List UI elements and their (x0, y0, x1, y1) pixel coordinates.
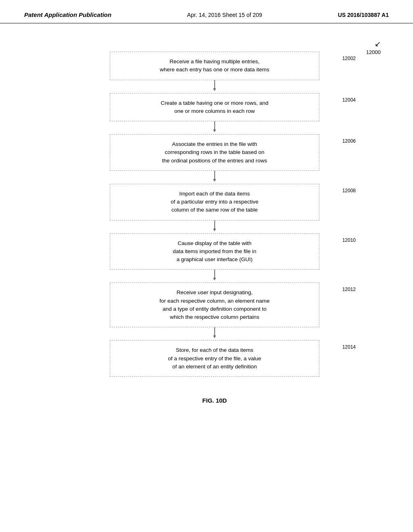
step-box-1: Receive a file having multiple entries, … (110, 52, 319, 80)
publication-label: Patent Application Publication (24, 11, 111, 18)
step-wrapper-6: Receive user input designating, for each… (110, 283, 319, 327)
step-box-2: Create a table having one or more rows, … (110, 93, 319, 122)
step-text-1: Receive a file having multiple entries, … (160, 58, 269, 74)
sheet-info: Apr. 14, 2016 Sheet 15 of 209 (187, 12, 262, 18)
patent-number: US 2016/103887 A1 (338, 12, 389, 18)
step-text-3: Associate the entries in the file with c… (162, 140, 267, 165)
header: Patent Application Publication Apr. 14, … (0, 0, 413, 23)
page: Patent Application Publication Apr. 14, … (0, 0, 413, 532)
step-box-3: Associate the entries in the file with c… (110, 134, 319, 171)
step-wrapper-1: Receive a file having multiple entries, … (110, 52, 319, 80)
diagram-main-label: ↙ 12000 (366, 39, 381, 55)
step-label-2: 12004 (342, 97, 356, 103)
step-wrapper-5: Cause display of the table with data ite… (110, 233, 319, 270)
step-box-4: Import each of the data items of a parti… (110, 184, 319, 220)
arrow-3 (110, 171, 319, 184)
step-label-7: 12014 (342, 344, 356, 350)
step-label-6: 12012 (342, 287, 356, 292)
step-box-7: Store, for each of the data items of a r… (110, 340, 319, 377)
step-text-5: Cause display of the table with data ite… (173, 239, 256, 264)
arrow-5 (110, 270, 319, 283)
content-area: ↙ 12000 Receive a file having multiple e… (0, 23, 413, 428)
arrow-1 (110, 80, 319, 93)
step-wrapper-4: Import each of the data items of a parti… (110, 184, 319, 220)
step-label-4: 12008 (342, 188, 356, 193)
step-label-3: 12006 (342, 138, 356, 144)
step-label-5: 12010 (342, 237, 356, 243)
figure-caption: FIG. 10D (40, 397, 389, 404)
step-text-4: Import each of the data items of a parti… (171, 190, 259, 214)
arrow-2 (110, 121, 319, 134)
step-wrapper-7: Store, for each of the data items of a r… (110, 340, 319, 377)
flowchart: Receive a file having multiple entries, … (110, 52, 319, 377)
step-box-5: Cause display of the table with data ite… (110, 233, 319, 270)
step-text-2: Create a table having one or more rows, … (161, 99, 268, 116)
step-wrapper-2: Create a table having one or more rows, … (110, 93, 319, 122)
arrow-4 (110, 220, 319, 233)
step-text-7: Store, for each of the data items of a r… (168, 346, 261, 371)
step-wrapper-3: Associate the entries in the file with c… (110, 134, 319, 171)
step-label-1: 12002 (342, 56, 356, 61)
step-text-6: Receive user input designating, for each… (159, 289, 269, 321)
step-box-6: Receive user input designating, for each… (110, 283, 319, 327)
arrow-6 (110, 327, 319, 340)
